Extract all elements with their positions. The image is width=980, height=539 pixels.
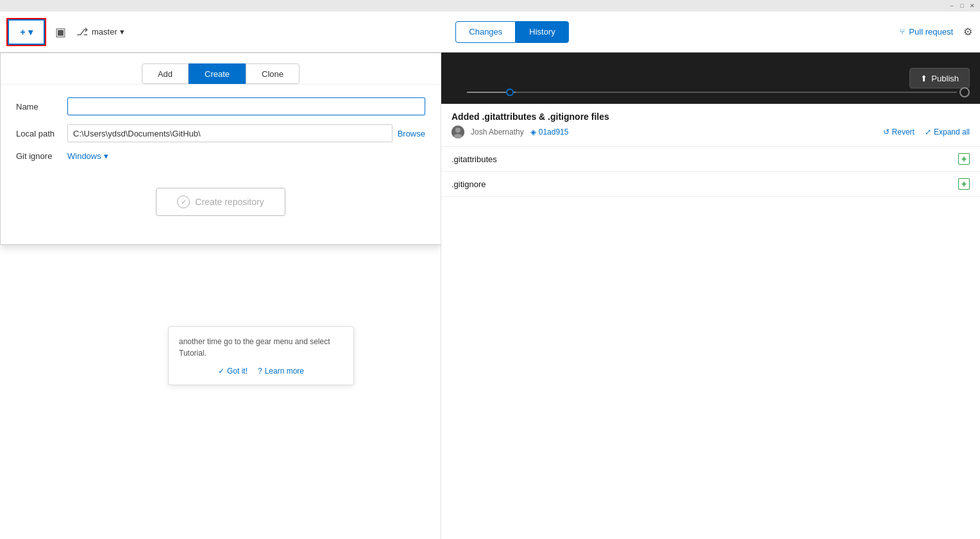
revert-icon: ↺ <box>883 128 890 137</box>
content-area: Add Create Clone Name Local path Browse <box>0 53 980 539</box>
timeline-end <box>959 87 970 97</box>
svg-point-1 <box>455 128 460 133</box>
commit-message: Added .gitattributes & .gitignore files <box>452 112 970 122</box>
file-item-gitattributes[interactable]: .gitattributes + <box>441 147 980 172</box>
publish-label: Publish <box>931 74 959 83</box>
browse-button[interactable]: Browse <box>398 129 425 138</box>
dropdown-body: Name Local path Browse Git ignore Window… <box>1 85 441 244</box>
sidebar-icon: ▣ <box>55 26 66 38</box>
name-label: Name <box>16 102 67 112</box>
right-panel: ⬆ Publish Added .gitattributes & .gitign… <box>441 53 980 539</box>
dropdown-tab-group: Add Create Clone <box>1 53 441 85</box>
left-panel: Add Create Clone Name Local path Browse <box>0 53 441 539</box>
expand-icon: ⤢ <box>925 128 931 137</box>
publish-icon: ⬆ <box>920 74 927 83</box>
minimize-button[interactable]: – <box>947 1 957 10</box>
tab-history[interactable]: History <box>516 21 568 43</box>
right-header: ⬆ Publish <box>441 53 980 104</box>
title-bar: – □ ✕ <box>0 0 980 12</box>
name-input[interactable] <box>67 97 425 115</box>
main-toolbar: + ▾ ▣ ⎇ master ▾ Changes History ⑂ Pull … <box>0 12 980 53</box>
check-icon: ✓ <box>218 367 224 376</box>
gitignore-select-button[interactable]: Windows ▾ <box>67 151 108 161</box>
create-repo-button[interactable]: ✓ Create repository <box>156 188 285 216</box>
local-path-label: Local path <box>16 129 67 138</box>
gitignore-value: Windows <box>67 151 101 161</box>
expand-all-label: Expand all <box>934 128 970 137</box>
sidebar-toggle-button[interactable]: ▣ <box>55 25 66 39</box>
commit-icon: ◈ <box>530 128 536 137</box>
publish-button[interactable]: ⬆ Publish <box>909 68 970 88</box>
gitignore-dropdown-icon: ▾ <box>104 151 108 161</box>
file-add-icon-2: + <box>958 178 970 190</box>
revert-label: Revert <box>892 128 915 137</box>
dropdown-tab-add[interactable]: Add <box>142 63 189 84</box>
file-name-gitignore: .gitignore <box>452 179 486 189</box>
branch-icon: ⎇ <box>76 26 88 38</box>
timeline-line <box>467 92 957 93</box>
author-name: Josh Abernathy <box>471 128 524 137</box>
file-item-gitignore[interactable]: .gitignore + <box>441 172 980 197</box>
maximize-button[interactable]: □ <box>957 1 967 10</box>
dropdown-tab-clone[interactable]: Clone <box>246 63 300 84</box>
file-name-gitattributes: .gitattributes <box>452 154 497 164</box>
local-path-input[interactable] <box>67 124 393 142</box>
create-repo-area: ✓ Create repository <box>16 170 425 231</box>
pull-request-icon: ⑂ <box>900 27 905 37</box>
tutorial-card: another time go to the gear menu and sel… <box>168 326 354 385</box>
gitignore-label: Git ignore <box>16 151 67 161</box>
timeline-bar <box>467 91 970 94</box>
close-button[interactable]: ✕ <box>967 1 977 10</box>
file-list: .gitattributes + .gitignore + <box>441 147 980 197</box>
settings-button[interactable]: ⚙ <box>963 26 972 38</box>
commit-area: Added .gitattributes & .gitignore files … <box>441 104 980 147</box>
timeline-dot <box>506 88 514 96</box>
pull-request-label: Pull request <box>909 27 953 37</box>
local-path-row: Local path Browse <box>16 124 425 142</box>
tab-group: Changes History <box>124 21 900 43</box>
toolbar-right: ⑂ Pull request ⚙ <box>900 26 972 38</box>
pull-request-button[interactable]: ⑂ Pull request <box>900 27 953 37</box>
got-it-button[interactable]: ✓ Got it! <box>218 367 248 376</box>
create-repo-label: Create repository <box>195 197 264 207</box>
learn-more-button[interactable]: ? Learn more <box>258 367 304 376</box>
branch-selector-button[interactable]: master ▾ <box>92 27 124 37</box>
file-add-icon: + <box>958 153 970 165</box>
got-it-label: Got it! <box>227 367 248 376</box>
app-container: + ▾ ▣ ⎇ master ▾ Changes History ⑂ Pull … <box>0 12 980 539</box>
dropdown-tab-create[interactable]: Create <box>189 63 246 84</box>
branch-dropdown-icon: ▾ <box>120 27 124 37</box>
tutorial-actions: ✓ Got it! ? Learn more <box>179 367 343 376</box>
gitignore-row: Git ignore Windows ▾ <box>16 151 425 161</box>
avatar <box>452 126 464 138</box>
avatar-image <box>452 126 464 138</box>
tab-changes[interactable]: Changes <box>455 21 516 43</box>
tutorial-text: another time go to the gear menu and sel… <box>179 336 343 359</box>
branch-name: master <box>92 27 117 37</box>
check-circle-icon: ✓ <box>177 195 190 208</box>
commit-hash-value: 01ad915 <box>539 128 569 137</box>
commit-actions: ↺ Revert ⤢ Expand all <box>883 128 970 137</box>
create-repo-dropdown: Add Create Clone Name Local path Browse <box>0 53 441 245</box>
learn-more-label: Learn more <box>265 367 304 376</box>
revert-button[interactable]: ↺ Revert <box>883 128 915 137</box>
commit-hash-container: ◈ 01ad915 <box>530 128 569 137</box>
question-icon: ? <box>258 367 262 376</box>
add-dropdown-button[interactable]: + ▾ <box>8 19 45 45</box>
commit-meta: Josh Abernathy ◈ 01ad915 ↺ Revert ⤢ Expa… <box>452 126 970 138</box>
expand-all-button[interactable]: ⤢ Expand all <box>925 128 970 137</box>
name-row: Name <box>16 97 425 115</box>
